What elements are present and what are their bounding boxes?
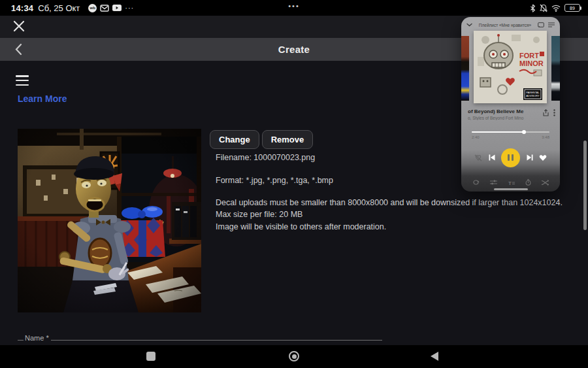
status-date: Сб, 25 Окт bbox=[38, 3, 80, 13]
album-title-line1: FORT bbox=[519, 52, 539, 59]
svg-text:T: T bbox=[508, 180, 512, 186]
progress-knob[interactable] bbox=[522, 130, 526, 134]
kebab-menu-icon[interactable] bbox=[553, 109, 555, 116]
timer-icon[interactable] bbox=[525, 179, 531, 186]
player-drag-handle[interactable] bbox=[494, 188, 528, 190]
progress-fill bbox=[472, 131, 524, 133]
clock: 14:34 bbox=[11, 3, 33, 13]
pause-icon bbox=[508, 154, 510, 161]
battery-icon: 89 bbox=[564, 4, 580, 12]
progress-bar[interactable] bbox=[472, 131, 549, 133]
pause-button[interactable] bbox=[501, 148, 520, 167]
robot-scene bbox=[18, 129, 201, 312]
bluetooth-icon bbox=[530, 4, 536, 12]
name-field-label: Name * bbox=[25, 334, 49, 342]
wifi-icon bbox=[551, 5, 561, 12]
battery-percent: 89 bbox=[570, 6, 575, 10]
name-field-outline[interactable] bbox=[51, 340, 382, 341]
repeat-icon[interactable] bbox=[472, 179, 480, 186]
filename-text: Filename: 1000070023.png bbox=[216, 153, 315, 162]
recents-icon[interactable] bbox=[146, 352, 155, 361]
advisory-line2: ADVISORY bbox=[526, 94, 540, 97]
chevron-down-icon[interactable] bbox=[466, 23, 472, 27]
current-album-art[interactable]: FORT MINOR PARENTAL ADVISORY bbox=[474, 31, 547, 103]
name-field-outline[interactable] bbox=[18, 340, 24, 341]
close-icon[interactable] bbox=[13, 20, 25, 32]
android-nav-bar bbox=[0, 345, 588, 368]
scrollbar-thumb[interactable] bbox=[583, 141, 587, 230]
decal-preview-image bbox=[18, 129, 201, 312]
track-title: of Beyond) Believe Me bbox=[468, 109, 543, 114]
track-artists: o, Styles of Beyond Fort Mino bbox=[468, 116, 543, 120]
next-track-icon[interactable] bbox=[527, 154, 533, 161]
album-title-line2: MINOR bbox=[519, 59, 544, 67]
status-bar: 14:34 Сб, 25 Окт wb ··· ••• bbox=[0, 0, 588, 16]
more-icon: ··· bbox=[125, 4, 134, 12]
youtube-icon bbox=[112, 5, 122, 11]
remove-button[interactable]: Remove bbox=[262, 130, 314, 149]
playlist-title: Плейлист «Мне нравится» bbox=[472, 23, 538, 27]
queue-icon[interactable] bbox=[548, 22, 555, 27]
home-icon[interactable] bbox=[289, 351, 299, 361]
change-button[interactable]: Change bbox=[210, 130, 259, 149]
time-total: 3:48 bbox=[542, 135, 549, 139]
lyrics-icon[interactable]: T bbox=[508, 180, 515, 186]
mail-icon bbox=[100, 5, 109, 12]
equalizer-icon[interactable] bbox=[490, 180, 497, 185]
mute-bell-icon bbox=[540, 4, 547, 12]
format-text: Format: *.jpg, *.png, *.tga, *.bmp bbox=[216, 176, 333, 185]
screen: 14:34 Сб, 25 Окт wb ··· ••• bbox=[0, 0, 588, 368]
hamburger-menu-icon[interactable] bbox=[16, 75, 29, 86]
shuffle-icon[interactable] bbox=[542, 180, 549, 186]
rule-maxfile-text: Max size per file: 20 MB bbox=[216, 210, 302, 219]
music-player-widget: Плейлист «Мне нравится» bbox=[461, 17, 560, 192]
heart-icon[interactable] bbox=[539, 154, 547, 161]
cast-icon[interactable] bbox=[538, 22, 544, 27]
previous-album-art[interactable] bbox=[461, 36, 469, 101]
next-album-art[interactable] bbox=[551, 36, 560, 101]
wb-app-icon: wb bbox=[88, 4, 97, 12]
back-icon[interactable] bbox=[431, 352, 438, 361]
back-chevron-icon[interactable] bbox=[14, 43, 22, 56]
learn-more-link[interactable]: Learn More bbox=[18, 94, 67, 102]
rule-size-text: Decal uploads must be smaller than 8000x… bbox=[216, 198, 563, 207]
rule-moderation-text: Image will be visible to others after mo… bbox=[216, 222, 386, 231]
time-elapsed: 2:40 bbox=[472, 135, 480, 139]
dislike-icon[interactable] bbox=[474, 154, 482, 161]
album-carousel[interactable]: FORT MINOR PARENTAL ADVISORY bbox=[461, 29, 560, 106]
share-icon[interactable] bbox=[543, 109, 549, 116]
previous-track-icon[interactable] bbox=[489, 154, 495, 161]
